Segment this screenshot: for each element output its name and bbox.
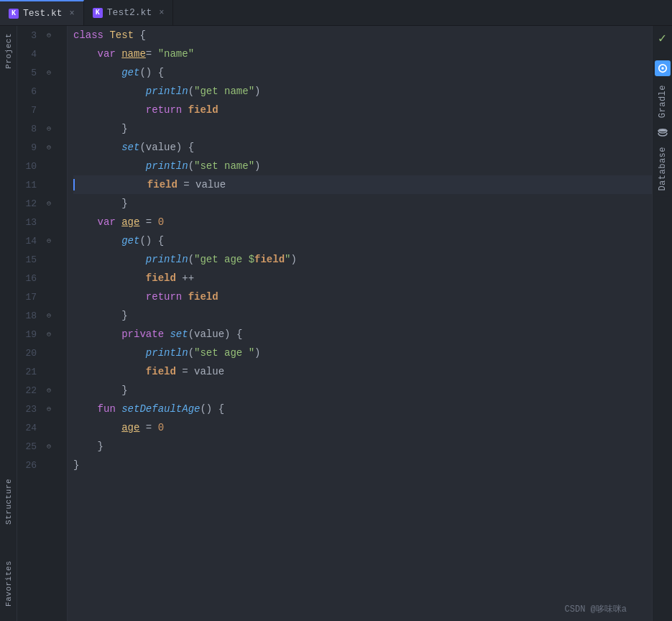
punc-9a: (: [139, 142, 145, 153]
punc-20b: ): [254, 347, 260, 359]
database-label[interactable]: Database: [655, 141, 671, 197]
code-line-15: println("get age $field"): [73, 250, 652, 269]
code-line-24: age = 0: [73, 418, 652, 437]
keyword-class: class: [73, 29, 109, 41]
tab-test2-kt[interactable]: K Test2.kt ×: [84, 0, 174, 25]
punc-23: () {: [200, 403, 224, 415]
code-line-14: get() {: [73, 231, 652, 250]
tab-test2-kt-close[interactable]: ×: [159, 8, 164, 18]
tab-test-kt[interactable]: K Test.kt ×: [0, 0, 84, 25]
fold-icon-5[interactable]: ⊖: [42, 66, 55, 79]
keyword-var-13: var: [98, 216, 122, 228]
indent-21: [73, 366, 146, 377]
tab-test2-kt-label: Test2.kt: [107, 7, 152, 18]
line-num-12: 12: [17, 198, 42, 209]
punc-3: {: [134, 29, 146, 41]
punc-16: ++: [176, 272, 194, 284]
code-line-22: }: [73, 381, 652, 400]
punc-26: }: [73, 459, 79, 471]
gradle-label[interactable]: Gradle: [655, 79, 671, 124]
line-num-26: 26: [17, 460, 42, 471]
punc-11: =: [178, 179, 195, 190]
line-num-3: 3: [17, 30, 42, 41]
punc-15a: (: [188, 254, 194, 265]
gutter-icon-24: [42, 421, 55, 434]
field-kw-7: field: [188, 104, 218, 116]
line-num-16: 16: [17, 273, 42, 284]
fold-icon-8[interactable]: ⊖: [42, 122, 55, 135]
gutter-icon-10: [42, 160, 55, 172]
line-num-21: 21: [17, 367, 42, 377]
code-line-20: println("set age "): [73, 344, 652, 362]
line-num-13: 13: [17, 217, 42, 228]
punc-21: =: [176, 366, 194, 377]
indent-9: [73, 142, 121, 153]
field-kw-21: field: [146, 366, 176, 377]
fold-icon-14[interactable]: ⊖: [42, 234, 55, 247]
line-num-19: 19: [17, 329, 42, 340]
fold-icon-18[interactable]: ⊖: [42, 309, 55, 322]
line-num-10: 10: [17, 161, 42, 172]
code-line-10: println("set name"): [73, 157, 652, 175]
line-num-6: 6: [17, 86, 42, 97]
code-line-5: get() {: [73, 63, 652, 82]
indent-18: [73, 310, 121, 321]
fold-icon-3[interactable]: ⊖: [42, 29, 55, 42]
code-line-6: println("get name"): [73, 82, 652, 101]
line-num-15: 15: [17, 254, 42, 265]
param-value-9: value: [146, 142, 176, 153]
fn-set-19: set: [170, 328, 188, 340]
gutter-row-22: 22 ⊖: [17, 381, 67, 400]
fold-icon-25[interactable]: ⊖: [42, 440, 55, 453]
indent-14: [73, 235, 121, 247]
indent-4: [73, 48, 98, 60]
gradle-section: Gradle: [655, 60, 671, 124]
str-set-name: "set name": [194, 160, 254, 172]
varname-name: name: [121, 48, 146, 60]
line-num-7: 7: [17, 105, 42, 116]
kotlin-icon: K: [9, 9, 19, 19]
svg-point-1: [661, 67, 664, 70]
project-label[interactable]: Project: [2, 26, 15, 76]
gutter-row-18: 18 ⊖: [17, 306, 67, 325]
code-area[interactable]: class Test { var name= "name" get() { pr…: [68, 26, 652, 621]
fn-setDefaultAge: setDefaultAge: [121, 403, 200, 415]
favorites-label[interactable]: Favorites: [2, 553, 15, 614]
fold-icon-19[interactable]: ⊖: [42, 328, 55, 341]
fold-icon-23[interactable]: ⊖: [42, 402, 55, 415]
punc-22: }: [121, 385, 127, 396]
str-get-name: "get name": [194, 86, 254, 97]
punc-6b: ): [254, 86, 260, 97]
code-line-21: field = value: [73, 362, 652, 381]
str-get-age-end: ": [285, 254, 290, 265]
code-line-7: return field: [73, 101, 652, 119]
gutter-icon-13: [42, 216, 55, 229]
structure-label[interactable]: Structure: [2, 472, 15, 532]
fold-icon-9[interactable]: ⊖: [42, 141, 55, 154]
gutter: 3 ⊖ 4 5 ⊖ 6 7: [17, 26, 68, 621]
gutter-row-6: 6: [17, 82, 67, 101]
kotlin-icon-2: K: [93, 8, 103, 18]
left-panel: Project Structure Favorites: [0, 26, 17, 621]
num-0-13: 0: [158, 216, 164, 228]
fn-get-5: get: [121, 67, 139, 78]
svg-point-2: [658, 129, 667, 132]
fold-icon-12[interactable]: ⊖: [42, 197, 55, 210]
tab-test-kt-close[interactable]: ×: [70, 9, 75, 19]
param-value-19: value: [194, 328, 224, 340]
gutter-icon-20: [42, 346, 55, 359]
punc-19b: ) {: [224, 328, 242, 340]
gutter-row-16: 16: [17, 269, 67, 288]
fn-set-9: set: [121, 142, 139, 153]
fold-icon-22[interactable]: ⊖: [42, 384, 55, 397]
gutter-row-10: 10: [17, 157, 67, 175]
gutter-row-15: 15: [17, 250, 67, 269]
code-line-18: }: [73, 306, 652, 325]
gutter-row-3: 3 ⊖: [17, 26, 67, 45]
num-0-24: 0: [158, 422, 164, 433]
varname-age-24: age: [121, 422, 139, 433]
str-name: "name": [158, 48, 194, 60]
indent-25: [73, 441, 98, 452]
line-num-20: 20: [17, 348, 42, 359]
line-num-25: 25: [17, 441, 42, 452]
